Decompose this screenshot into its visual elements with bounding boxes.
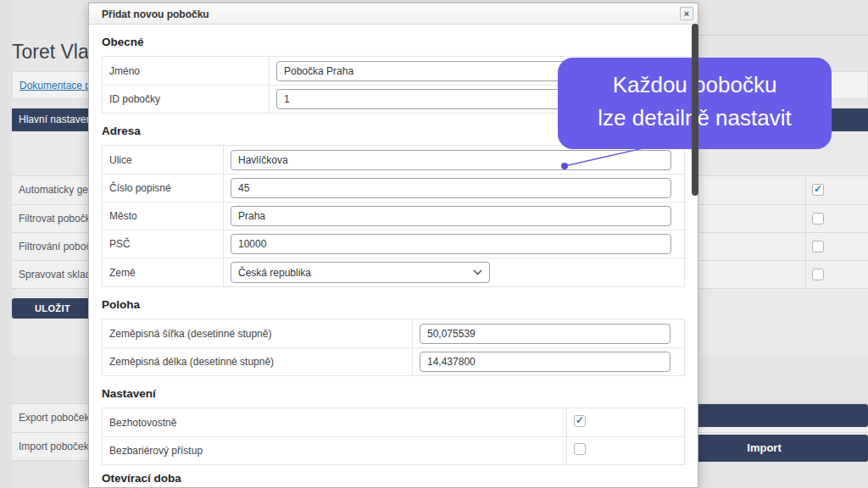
name-label: Jméno bbox=[103, 57, 270, 85]
wheelchair-access-checkbox[interactable] bbox=[574, 443, 586, 455]
country-select-value: Česká republika bbox=[238, 267, 311, 279]
latitude-input[interactable] bbox=[420, 324, 670, 344]
table-row: PSČ bbox=[103, 230, 684, 258]
table-row: Zeměpisná šířka (desetinné stupně) bbox=[103, 319, 684, 347]
section-title-opening-hours: Otevírací doba bbox=[102, 472, 685, 485]
location-table: Zeměpisná šířka (desetinné stupně) Zeměp… bbox=[102, 319, 685, 376]
modal-title: Přidat novou pobočku bbox=[102, 8, 209, 20]
setting-checkbox[interactable] bbox=[812, 213, 824, 225]
header-divider bbox=[698, 35, 868, 36]
section-title-location: Poloha bbox=[102, 298, 685, 311]
column-divider bbox=[805, 261, 806, 288]
longitude-label: Zeměpisná délka (desetinné stupně) bbox=[103, 348, 413, 375]
modal-header: Přidat novou pobočku × bbox=[89, 3, 698, 25]
table-row: Zeměpisná délka (desetinné stupně) bbox=[103, 347, 684, 375]
setting-checkbox[interactable] bbox=[812, 184, 824, 196]
city-label: Město bbox=[103, 202, 224, 230]
cashless-label: Bezhotovostně bbox=[103, 408, 567, 436]
setting-checkbox[interactable] bbox=[812, 241, 824, 252]
chevron-down-icon bbox=[473, 269, 482, 275]
branch-settings-table: Bezhotovostně Bezbariérový přístup bbox=[102, 408, 685, 465]
section-title-settings: Nastavení bbox=[102, 387, 685, 400]
table-row: Bezbariérový přístup bbox=[103, 436, 684, 464]
column-divider bbox=[805, 205, 806, 232]
street-label: Ulice bbox=[103, 146, 224, 174]
table-row: Bezhotovostně bbox=[103, 408, 684, 436]
country-label: Země bbox=[103, 258, 224, 286]
branch-id-label: ID pobočky bbox=[103, 86, 270, 113]
longitude-input[interactable] bbox=[420, 352, 670, 372]
house-number-label: Číslo popisné bbox=[103, 175, 224, 202]
address-table: Ulice Číslo popisné Město PSČ Země bbox=[102, 145, 685, 287]
section-title-general: Obecné bbox=[102, 36, 685, 48]
save-button[interactable]: ULOŽIT bbox=[12, 298, 93, 319]
close-icon[interactable]: × bbox=[680, 7, 693, 20]
table-row: Číslo popisné bbox=[103, 174, 684, 202]
setting-checkbox[interactable] bbox=[812, 269, 824, 280]
zip-label: PSČ bbox=[103, 230, 224, 258]
column-divider bbox=[805, 233, 806, 260]
zip-input[interactable] bbox=[231, 234, 671, 254]
city-input[interactable] bbox=[231, 206, 671, 226]
house-number-input[interactable] bbox=[231, 178, 671, 198]
table-row: Země Česká republika bbox=[103, 258, 684, 286]
column-divider bbox=[805, 176, 806, 204]
admin-left-margin bbox=[0, 0, 12, 488]
latitude-label: Zeměpisná šířka (desetinné stupně) bbox=[103, 319, 413, 347]
cashless-checkbox[interactable] bbox=[574, 415, 586, 427]
app-window: Toret Vlast Dokumentace plug Hlavní nast… bbox=[0, 0, 868, 488]
modal-scrollbar[interactable] bbox=[692, 24, 698, 196]
country-select[interactable]: Česká republika bbox=[231, 262, 490, 283]
wheelchair-access-label: Bezbariérový přístup bbox=[103, 437, 567, 464]
table-row: Ulice bbox=[103, 146, 684, 174]
table-row: Město bbox=[103, 202, 684, 230]
street-input[interactable] bbox=[231, 150, 671, 170]
